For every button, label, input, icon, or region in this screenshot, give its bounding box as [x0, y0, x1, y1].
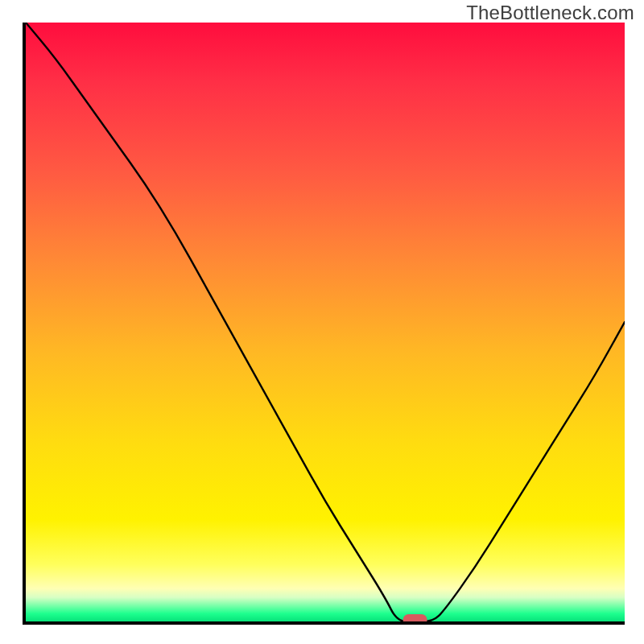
chart-stage: TheBottleneck.com — [0, 0, 644, 644]
optimal-marker — [403, 614, 427, 621]
plot-area — [23, 23, 625, 625]
bottleneck-curve — [26, 23, 625, 621]
curve-layer — [26, 23, 625, 621]
watermark-text: TheBottleneck.com — [466, 2, 634, 24]
